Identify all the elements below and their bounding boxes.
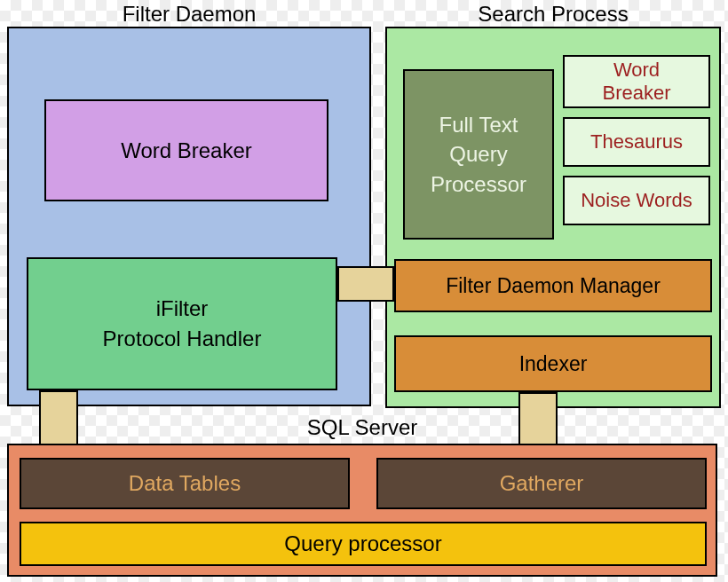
full-text-query-processor-box: Full Text Query Processor — [403, 69, 554, 240]
architecture-diagram: Filter Daemon Word Breaker Search Proces… — [0, 0, 728, 582]
filter-daemon-title: Filter Daemon — [7, 2, 371, 27]
thesaurus-box: Thesaurus — [563, 117, 710, 167]
indexer-box: Indexer — [394, 335, 712, 392]
filter-daemon-manager-box: Filter Daemon Manager — [394, 259, 712, 312]
data-tables-box: Data Tables — [20, 458, 350, 509]
word-breaker-box-filter: Word Breaker — [44, 99, 328, 201]
query-processor-box: Query processor — [20, 522, 707, 566]
noise-words-box: Noise Words — [563, 176, 710, 225]
word-breaker-box-search: Word Breaker — [563, 55, 710, 108]
ifilter-protocol-handler-box: iFilter Protocol Handler — [27, 257, 337, 390]
connector-ifilter-to-fdm — [337, 266, 394, 302]
gatherer-box: Gatherer — [376, 458, 707, 509]
sql-server-title: SQL Server — [7, 415, 717, 440]
search-process-title: Search Process — [385, 2, 721, 27]
